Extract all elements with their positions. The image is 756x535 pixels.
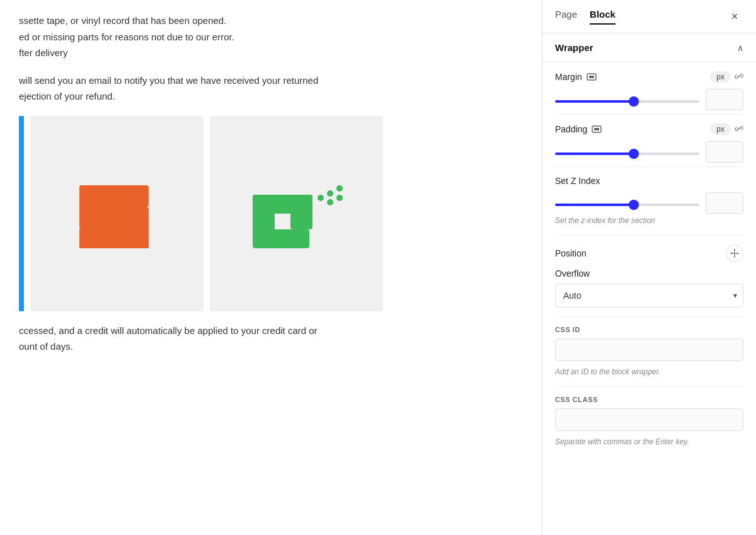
css-id-label: CSS ID [555, 326, 743, 333]
tab-page[interactable]: Page [555, 9, 577, 25]
blue-bar-bottom [19, 273, 24, 311]
close-button[interactable]: × [726, 8, 743, 25]
content-text-block2: will send you an email to notify you tha… [19, 72, 523, 105]
zindex-label-row: Set Z Index [555, 176, 743, 186]
zindex-slider-container [555, 197, 699, 209]
overflow-select[interactable]: Auto Hidden Scroll Visible [555, 284, 743, 308]
padding-slider-row [555, 141, 743, 163]
margin-label-text: Margin [555, 72, 582, 82]
margin-label: Margin [555, 71, 597, 83]
right-panel: Page Block × Wrapper ∧ Margin [542, 0, 756, 535]
content-line4: will send you an email to notify you tha… [19, 72, 523, 89]
content-line5: ejection of your refund. [19, 88, 523, 105]
margin-label-right: px [710, 71, 743, 83]
svg-rect-9 [253, 229, 309, 248]
margin-value-input[interactable] [706, 89, 743, 110]
padding-unit-badge[interactable]: px [710, 124, 731, 135]
tab-block[interactable]: Block [590, 9, 616, 25]
margin-slider-container [555, 94, 699, 105]
overflow-label: Overflow [555, 268, 743, 284]
content-text-block1: ssette tape, or vinyl record that has be… [19, 13, 523, 61]
padding-control: Padding px [555, 115, 743, 167]
svg-rect-18 [589, 76, 594, 78]
content-line6: ccessed, and a credit will automatically… [19, 323, 523, 339]
zindex-label-text: Set Z Index [555, 176, 600, 186]
position-row: Position [555, 236, 743, 268]
position-icon-button[interactable] [726, 244, 743, 262]
padding-label-text: Padding [555, 124, 587, 134]
padding-link-icon[interactable] [735, 124, 743, 135]
svg-point-12 [318, 195, 324, 201]
svg-rect-5 [101, 185, 142, 207]
content-line3: fter delivery [19, 45, 523, 61]
svg-rect-20 [594, 128, 599, 130]
padding-device-icon[interactable] [591, 124, 602, 135]
blue-bar-top [19, 116, 24, 255]
content-line1: ssette tape, or vinyl record that has be… [19, 13, 523, 29]
svg-point-13 [327, 190, 333, 197]
margin-device-icon[interactable] [586, 71, 597, 83]
padding-slider-container [555, 146, 699, 158]
panel-body: Margin px [542, 62, 756, 456]
content-text-bottom: ccessed, and a credit will automatically… [19, 323, 523, 355]
css-class-section: CSS CLASS Separate with commas or the En… [555, 386, 743, 456]
padding-label-right: px [710, 124, 743, 135]
css-class-hint: Separate with commas or the Enter key. [555, 437, 743, 446]
padding-label-row: Padding px [555, 124, 743, 135]
content-line7: ount of days. [19, 338, 523, 355]
content-line2: ed or missing parts for reasons not due … [19, 29, 523, 45]
svg-point-16 [336, 195, 343, 201]
svg-point-14 [336, 185, 343, 192]
css-id-hint: Add an ID to the block wrapper. [555, 367, 743, 376]
collapse-icon[interactable]: ∧ [737, 43, 743, 53]
wrapper-section-header: Wrapper ∧ [542, 33, 756, 62]
margin-unit-badge[interactable]: px [710, 71, 731, 83]
blue-bar-decoration [19, 116, 24, 311]
svg-point-15 [327, 199, 333, 205]
css-id-input[interactable] [555, 338, 743, 361]
padding-slider[interactable] [555, 152, 699, 155]
margin-slider-row [555, 89, 743, 110]
svg-rect-6 [101, 207, 127, 229]
margin-control: Margin px [555, 62, 743, 115]
zindex-label: Set Z Index [555, 176, 600, 186]
css-id-section: CSS ID Add an ID to the block wrapper. [555, 316, 743, 386]
overflow-select-wrapper: Auto Hidden Scroll Visible ▾ [555, 284, 743, 308]
zindex-slider[interactable] [555, 204, 699, 206]
s-logo-svg [73, 179, 161, 248]
image-grid [19, 116, 523, 311]
zindex-hint: Set the z-index for the section [555, 216, 743, 225]
margin-slider[interactable] [555, 100, 699, 103]
content-area: ssette tape, or vinyl record that has be… [0, 0, 542, 535]
logo1-cell [30, 116, 203, 311]
position-label: Position [555, 248, 587, 258]
zindex-control: Set Z Index Set the z-index for the sect… [555, 167, 743, 236]
overflow-section: Overflow Auto Hidden Scroll Visible ▾ [555, 268, 743, 308]
padding-value-input[interactable] [706, 141, 743, 163]
css-class-label: CSS CLASS [555, 396, 743, 403]
svg-rect-7 [79, 229, 142, 248]
css-class-input[interactable] [555, 408, 743, 431]
panel-header: Page Block × [542, 0, 756, 33]
margin-label-row: Margin px [555, 71, 743, 83]
wrapper-title: Wrapper [555, 42, 593, 53]
zindex-value-input[interactable] [706, 192, 743, 214]
svg-rect-11 [253, 195, 312, 214]
logo2-cell [210, 116, 383, 311]
padding-label: Padding [555, 124, 602, 135]
svg-point-21 [734, 253, 736, 255]
margin-link-icon[interactable] [735, 72, 743, 83]
zindex-slider-row [555, 192, 743, 214]
up-logo-svg [246, 176, 347, 251]
